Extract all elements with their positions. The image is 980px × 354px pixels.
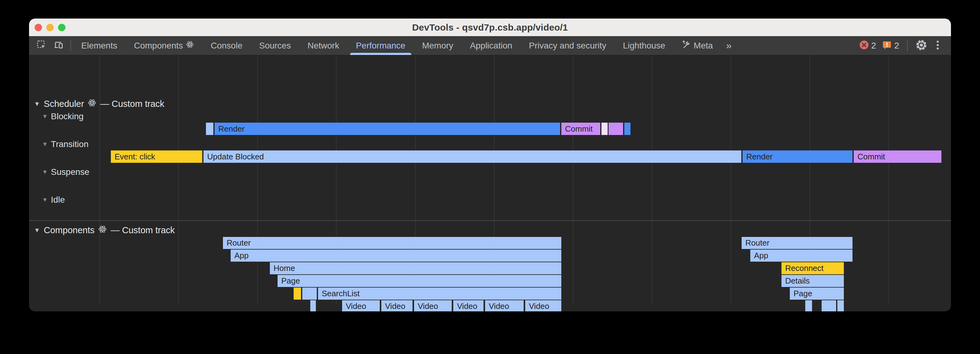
tab-performance[interactable]: Performance (348, 36, 414, 55)
more-tabs-chevron[interactable]: » (721, 40, 736, 51)
active-tab-underline (350, 53, 411, 55)
track-suffix: — Custom track (100, 99, 164, 109)
scheduler-track-header[interactable]: ▼ Scheduler — Custom track (34, 99, 164, 109)
bar-label: Video (489, 301, 509, 311)
tab-elements[interactable]: Elements (73, 36, 126, 55)
flame-bar-render[interactable]: Render (743, 150, 853, 163)
flame-bar[interactable] (601, 123, 608, 135)
bar-label: Router (745, 238, 769, 248)
lane-transition[interactable]: ▼Transition (42, 139, 89, 149)
flame-bar-reconnect[interactable]: Reconnect (781, 262, 844, 274)
flame-bar[interactable] (206, 123, 213, 135)
bar-label: Home (274, 263, 295, 273)
flame-bar-page[interactable]: Page (278, 275, 561, 287)
flame-bar[interactable] (609, 123, 623, 135)
settings-gear-icon[interactable] (916, 40, 927, 52)
gridline (652, 56, 652, 304)
tab-label: Application (470, 41, 512, 51)
tab-privacy-and-security[interactable]: Privacy and security (520, 36, 615, 55)
flame-bar-video[interactable]: Video (485, 300, 523, 311)
lane-suspense[interactable]: ▼Suspense (42, 167, 89, 177)
bar-label: Event: click (115, 152, 155, 161)
track-name: Components (44, 225, 94, 235)
lane-label-text: Suspense (51, 167, 89, 177)
react-atom-icon (186, 40, 194, 51)
react-atom-icon (98, 225, 107, 236)
zoom-button[interactable] (58, 24, 65, 31)
title-bar: DevTools - qsvd7p.csb.app/video/1 (29, 19, 951, 36)
flame-bar[interactable] (624, 123, 630, 135)
lane-blocking[interactable]: ▼Blocking (42, 112, 84, 121)
tab-label: Privacy and security (529, 41, 606, 51)
flame-bar[interactable] (310, 300, 316, 311)
bar-label: Reconnect (785, 263, 824, 273)
flame-bar-video[interactable]: Video (342, 300, 380, 311)
more-options-icon[interactable] (933, 40, 942, 52)
flame-bar-app[interactable]: App (750, 250, 853, 262)
flame-bar-render[interactable]: Render (215, 123, 560, 135)
tab-components[interactable]: Components (126, 36, 202, 55)
flame-bar-video[interactable]: Video (414, 300, 452, 311)
gridline (573, 56, 573, 304)
close-button[interactable] (35, 24, 42, 31)
tab-sources[interactable]: Sources (251, 36, 299, 55)
devtools-window: DevTools - qsvd7p.csb.app/video/1 Elemen… (29, 19, 951, 311)
flame-bar[interactable] (805, 300, 812, 311)
collapse-triangle-icon: ▼ (42, 141, 48, 148)
tab-meta[interactable]: Meta (674, 36, 721, 55)
device-toolbar-icon[interactable] (54, 40, 64, 52)
minimize-button[interactable] (46, 24, 54, 31)
tab-memory[interactable]: Memory (414, 36, 461, 55)
lane-label-text: Blocking (51, 112, 84, 121)
tab-network[interactable]: Network (299, 36, 348, 55)
bar-label: Commit (858, 152, 885, 161)
flame-bar-searchlist[interactable]: SearchList (318, 288, 561, 300)
tab-label: Performance (356, 41, 406, 51)
tab-label: Sources (259, 41, 291, 51)
console-errors-badge[interactable]: 2 (859, 40, 876, 51)
flame-bar-router[interactable]: Router (741, 237, 853, 249)
flame-bar-home[interactable]: Home (270, 262, 561, 274)
gridline (888, 56, 889, 304)
performance-panel: ▼ Scheduler — Custom track ▼ Components (29, 56, 951, 311)
flame-bar[interactable] (822, 300, 836, 311)
flame-bar-page[interactable]: Page (790, 288, 844, 300)
flame-bar-commit[interactable]: Commit (854, 150, 942, 163)
flame-bar-router[interactable]: Router (223, 237, 561, 249)
gridline (99, 56, 100, 304)
tab-lighthouse[interactable]: Lighthouse (615, 36, 674, 55)
toolbar-divider (907, 40, 908, 52)
flame-bar-video[interactable]: Video (381, 300, 412, 311)
console-issues-badge[interactable]: 2 (882, 40, 899, 51)
flame-bar-update-blocked[interactable]: Update Blocked (204, 150, 741, 163)
flame-bar[interactable] (294, 288, 301, 300)
components-track-header[interactable]: ▼ Components — Custom track (34, 225, 175, 236)
tab-label: Console (211, 41, 242, 51)
bar-label: Video (385, 301, 406, 311)
flame-bar-app[interactable]: App (231, 250, 561, 262)
inspect-element-icon[interactable] (37, 40, 47, 52)
flame-bar-details[interactable]: Details (781, 275, 844, 287)
flame-bar-video[interactable]: Video (453, 300, 484, 311)
error-count: 2 (871, 41, 876, 51)
collapse-triangle-icon: ▼ (42, 169, 48, 175)
tab-application[interactable]: Application (461, 36, 520, 55)
bar-label: SearchList (322, 289, 360, 298)
bar-label: Render (746, 152, 773, 161)
collapse-triangle-icon: ▼ (34, 227, 40, 234)
flame-bar[interactable] (837, 300, 844, 311)
flame-bar[interactable] (302, 288, 317, 300)
issue-count: 2 (894, 41, 899, 51)
tab-label: Components (134, 41, 183, 51)
tab-label: Network (307, 41, 339, 51)
issue-icon (882, 40, 892, 51)
window-title: DevTools - qsvd7p.csb.app/video/1 (412, 22, 568, 33)
bar-label: Video (529, 301, 549, 311)
flame-bar-event-click[interactable]: Event: click (111, 150, 202, 163)
tab-console[interactable]: Console (202, 36, 251, 55)
flame-bar-video[interactable]: Video (525, 300, 561, 311)
react-atom-icon (88, 99, 96, 109)
customize-tools-icon (682, 40, 691, 51)
lane-idle[interactable]: ▼Idle (42, 195, 65, 205)
flame-bar-commit[interactable]: Commit (561, 123, 600, 135)
